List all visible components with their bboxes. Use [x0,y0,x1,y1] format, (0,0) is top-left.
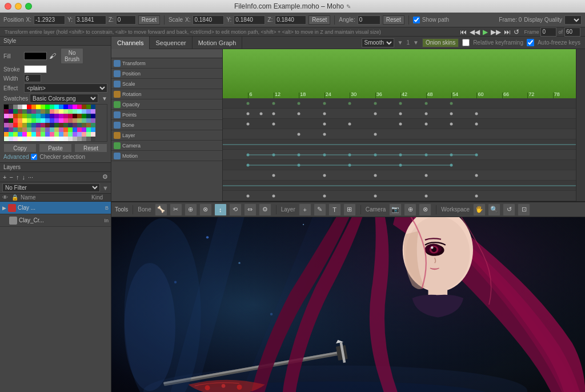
color-swatch[interactable] [68,127,73,132]
color-swatch[interactable] [77,137,82,141]
color-swatch[interactable] [82,109,86,114]
color-swatch[interactable] [63,118,68,123]
color-swatch[interactable] [63,105,68,109]
color-swatch[interactable] [18,105,22,109]
color-swatch[interactable] [82,123,86,127]
color-swatch[interactable] [50,109,54,114]
color-swatch[interactable] [22,105,27,109]
bone-tool-3[interactable]: ⊕ [185,203,197,216]
color-swatch[interactable] [4,109,9,114]
color-swatch[interactable] [41,123,45,127]
color-swatch[interactable] [86,118,91,123]
color-swatch[interactable] [82,118,86,123]
keyframe-dot[interactable] [298,163,300,166]
color-swatch[interactable] [63,127,68,132]
layer-tool-2[interactable]: ✎ [314,203,326,216]
swatches-select[interactable]: Basic Colors.png [30,94,98,103]
color-swatch[interactable] [77,114,82,118]
ws-tool-4[interactable]: ⊡ [518,203,530,216]
color-swatch[interactable] [27,137,31,141]
keyframe-dot[interactable] [259,112,262,115]
color-swatch[interactable] [86,114,91,118]
layer-down-button[interactable]: ↓ [21,174,26,181]
color-swatch[interactable] [9,123,13,127]
keyframe-dot[interactable] [475,122,478,125]
keyframe-dot[interactable] [298,102,300,105]
layer-up-button[interactable]: ↑ [15,174,20,181]
color-palette[interactable] [3,104,107,142]
position-y-input[interactable] [75,15,106,25]
color-swatch[interactable] [22,114,27,118]
color-swatch[interactable] [4,123,9,127]
color-swatch[interactable] [45,123,50,127]
rewind-button[interactable]: ⏮ [459,28,467,36]
keyframe-dot[interactable] [348,122,351,125]
color-swatch[interactable] [45,118,50,123]
reset-style-button[interactable]: Reset [74,143,107,153]
color-swatch[interactable] [50,132,54,137]
color-swatch[interactable] [36,127,41,132]
paste-button[interactable]: Paste [39,143,72,153]
keyframe-dot[interactable] [247,112,250,115]
keyframe-dot[interactable] [374,153,376,156]
color-swatch[interactable] [41,132,45,137]
color-swatch[interactable] [45,105,50,109]
layer-options-button[interactable]: ⚙ [102,173,109,181]
color-swatch[interactable] [86,127,91,132]
timeline-scrollbar[interactable] [576,49,585,201]
keyframe-dot[interactable] [247,102,250,105]
maximize-button[interactable] [25,3,32,10]
keyframe-dot[interactable] [374,174,376,177]
color-swatch[interactable] [36,109,41,114]
reset-position-button[interactable]: Reset [138,15,160,25]
color-swatch[interactable] [68,132,73,137]
color-swatch[interactable] [68,114,73,118]
color-swatch[interactable] [36,105,41,109]
timeline-track-row[interactable] [223,139,576,150]
color-swatch[interactable] [36,132,41,137]
keyframe-dot[interactable] [450,163,453,166]
color-swatch[interactable] [27,127,31,132]
color-swatch[interactable] [68,118,73,123]
color-swatch[interactable] [45,109,50,114]
color-swatch[interactable] [59,137,63,141]
color-swatch[interactable] [22,127,27,132]
color-swatch[interactable] [13,137,18,141]
color-swatch[interactable] [59,132,63,137]
color-swatch[interactable] [27,123,31,127]
color-swatch[interactable] [45,114,50,118]
color-swatch[interactable] [45,127,50,132]
color-swatch[interactable] [27,118,31,123]
timeline-track-row[interactable] [223,170,576,181]
bone-tool-5[interactable]: ↕ [214,203,227,216]
color-swatch[interactable] [41,109,45,114]
tab-sequencer[interactable]: Sequencer [150,37,192,49]
keyframe-dot[interactable] [450,153,453,156]
bone-tool-2[interactable]: ✂ [170,203,182,216]
keyframe-dot[interactable] [424,102,427,105]
layer-item[interactable]: ▶ Clay ... B [0,202,111,214]
timeline-track-row[interactable] [223,191,576,201]
color-swatch[interactable] [73,127,77,132]
layer-tool-1[interactable]: + [299,203,311,216]
color-swatch[interactable] [91,114,95,118]
color-swatch[interactable] [9,118,13,123]
keyframe-dot[interactable] [272,194,275,197]
ws-tool-1[interactable]: 🖐 [473,203,486,216]
keyframe-dot[interactable] [323,102,326,105]
layer-item-sub[interactable]: Clay_Cr... In [0,214,111,227]
color-swatch[interactable] [73,123,77,127]
color-swatch[interactable] [91,118,95,123]
color-swatch[interactable] [77,132,82,137]
color-swatch[interactable] [41,105,45,109]
color-swatch[interactable] [9,137,13,141]
keyframe-dot[interactable] [272,153,275,156]
color-swatch[interactable] [4,127,9,132]
keyframe-dot[interactable] [323,133,326,135]
color-swatch[interactable] [41,114,45,118]
color-swatch[interactable] [73,109,77,114]
scale-x-input[interactable] [193,15,224,25]
timeline-ruler[interactable]: 6121824303642485460667278849096102108 [223,49,576,98]
color-swatch[interactable] [54,105,59,109]
keyframe-dot[interactable] [247,153,250,156]
